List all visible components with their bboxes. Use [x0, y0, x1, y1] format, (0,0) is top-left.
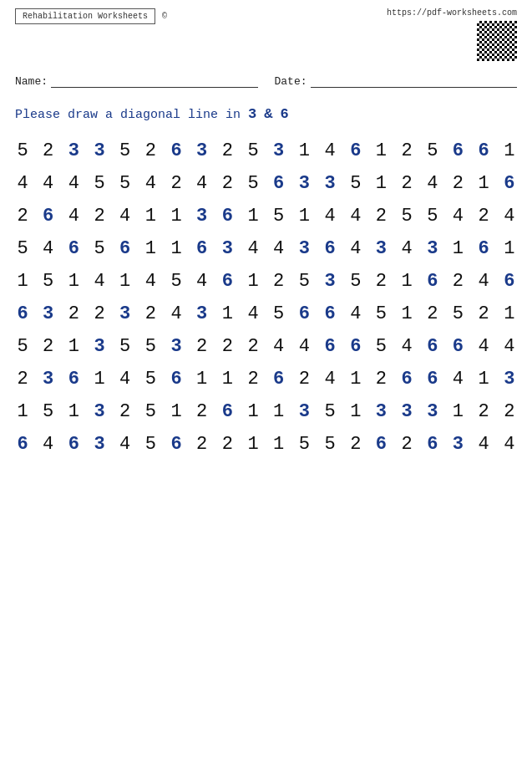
number-cell: 3 — [38, 365, 59, 393]
number-cell: 4 — [345, 300, 367, 328]
number-cell: 4 — [345, 202, 367, 230]
number-cell: 5 — [319, 430, 341, 458]
number-cell: 2 — [89, 300, 110, 328]
date-line — [311, 73, 517, 88]
number-cell: 4 — [268, 235, 290, 262]
number-cell: 1 — [370, 170, 392, 197]
number-cell: 4 — [319, 365, 341, 393]
number-cell: 6 — [499, 170, 520, 197]
number-cell: 6 — [165, 137, 187, 165]
number-cell: 1 — [12, 398, 33, 425]
number-cell: 3 — [89, 398, 110, 425]
number-cell: 2 — [293, 365, 315, 393]
number-cell: 2 — [473, 300, 494, 328]
number-cell: 2 — [216, 137, 238, 165]
number-cell: 6 — [422, 365, 443, 393]
number-cell: 4 — [63, 170, 84, 197]
number-cell: 5 — [396, 202, 418, 230]
number-cell: 2 — [216, 170, 238, 197]
number-cell: 6 — [293, 300, 315, 328]
number-cell: 4 — [345, 235, 367, 262]
number-cell: 5 — [139, 365, 161, 393]
number-cell: 6 — [319, 333, 341, 360]
grid-row: 44455424256335124216 — [12, 170, 520, 197]
grid-row: 54656116344364343161 — [12, 235, 520, 262]
grid-row: 26424113615144255424 — [12, 202, 520, 230]
number-cell: 5 — [89, 170, 110, 197]
number-cell: 4 — [89, 267, 110, 295]
number-cell: 3 — [293, 235, 315, 262]
name-date-row: Name: Date: — [0, 61, 532, 88]
number-cell: 2 — [422, 300, 443, 328]
number-cell: 4 — [139, 267, 161, 295]
date-group: Date: — [275, 73, 518, 88]
number-cell: 4 — [422, 170, 443, 197]
number-cell: 5 — [447, 300, 469, 328]
number-cell: 5 — [114, 137, 136, 165]
number-cell: 2 — [165, 170, 187, 197]
number-cell: 5 — [12, 235, 33, 262]
number-cell: 4 — [473, 333, 494, 360]
date-label: Date: — [275, 75, 307, 88]
number-cell: 5 — [422, 137, 443, 165]
number-cell: 4 — [499, 333, 520, 360]
number-cell: 5 — [242, 170, 264, 197]
number-cell: 6 — [473, 137, 494, 165]
number-cell: 5 — [293, 430, 315, 458]
number-cell: 6 — [370, 430, 392, 458]
number-cell: 1 — [396, 300, 418, 328]
number-grid: 5233526325314612566144455424256335124216… — [0, 130, 532, 458]
number-cell: 6 — [165, 365, 187, 393]
number-cell: 6 — [165, 430, 187, 458]
grid-row: 23614561126241266413 — [12, 365, 520, 393]
number-cell: 3 — [422, 398, 443, 425]
number-cell: 1 — [499, 235, 520, 262]
instruction-prefix: Please draw a diagonal line in — [15, 108, 241, 122]
number-cell: 2 — [191, 430, 213, 458]
number-cell: 2 — [396, 137, 418, 165]
number-cell: 1 — [242, 202, 264, 230]
number-cell: 1 — [473, 170, 494, 197]
number-cell: 3 — [165, 333, 187, 360]
number-cell: 6 — [422, 430, 443, 458]
qr-code — [477, 21, 517, 61]
number-cell: 2 — [370, 267, 392, 295]
number-cell: 2 — [63, 300, 84, 328]
page-header: Rehabilitation Worksheets © https://pdf-… — [0, 0, 532, 61]
number-cell: 1 — [396, 267, 418, 295]
number-cell: 1 — [63, 398, 84, 425]
number-cell: 5 — [345, 170, 367, 197]
number-cell: 1 — [242, 267, 264, 295]
number-cell: 3 — [499, 365, 520, 393]
number-cell: 1 — [216, 365, 238, 393]
number-cell: 2 — [268, 267, 290, 295]
number-cell: 1 — [268, 430, 290, 458]
number-cell: 2 — [89, 202, 110, 230]
copyright-symbol: © — [162, 12, 167, 21]
number-cell: 3 — [89, 333, 110, 360]
number-cell: 1 — [447, 235, 469, 262]
number-cell: 5 — [370, 300, 392, 328]
number-cell: 1 — [114, 267, 136, 295]
number-cell: 3 — [191, 202, 213, 230]
grid-row: 52335263253146125661 — [12, 137, 520, 165]
number-cell: 4 — [38, 170, 59, 197]
number-cell: 6 — [396, 365, 418, 393]
number-cell: 6 — [114, 235, 136, 262]
number-cell: 6 — [345, 333, 367, 360]
number-cell: 6 — [63, 365, 84, 393]
number-cell: 6 — [499, 267, 520, 295]
number-cell: 5 — [268, 300, 290, 328]
number-cell: 1 — [370, 137, 392, 165]
number-cell: 6 — [422, 333, 443, 360]
instruction-target1: 3 — [248, 106, 256, 122]
instruction-target2: 6 — [281, 106, 289, 122]
number-cell: 3 — [89, 137, 110, 165]
number-cell: 3 — [114, 300, 136, 328]
number-cell: 1 — [268, 398, 290, 425]
number-cell: 2 — [216, 333, 238, 360]
number-cell: 6 — [12, 430, 33, 458]
grid-row: 15141454612535216246 — [12, 267, 520, 295]
number-cell: 6 — [268, 170, 290, 197]
number-cell: 3 — [370, 398, 392, 425]
